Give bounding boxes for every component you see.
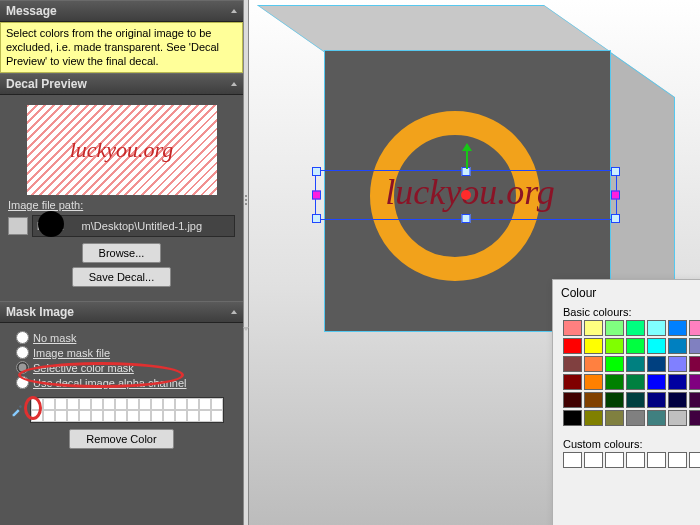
basic-colour-swatch[interactable] <box>647 392 666 408</box>
mask-swatch[interactable] <box>199 398 211 410</box>
center-handle[interactable] <box>461 190 471 200</box>
mask-swatch[interactable] <box>211 398 223 410</box>
custom-colour-swatch[interactable] <box>626 452 645 468</box>
decal-selection-box[interactable] <box>315 170 617 220</box>
basic-colour-swatch[interactable] <box>605 374 624 390</box>
basic-colour-swatch[interactable] <box>605 410 624 426</box>
chevron-up-icon[interactable] <box>231 9 237 13</box>
mask-swatch[interactable] <box>187 410 199 422</box>
basic-colour-swatch[interactable] <box>668 356 687 372</box>
mask-swatch[interactable] <box>115 398 127 410</box>
basic-colour-swatch[interactable] <box>647 356 666 372</box>
message-header[interactable]: Message <box>0 0 243 22</box>
mask-swatch[interactable] <box>163 398 175 410</box>
basic-colour-swatch[interactable] <box>689 392 700 408</box>
basic-colour-swatch[interactable] <box>563 374 582 390</box>
chevron-up-icon[interactable] <box>231 310 237 314</box>
mask-swatch[interactable] <box>79 398 91 410</box>
basic-colour-swatch[interactable] <box>647 410 666 426</box>
basic-colour-swatch[interactable] <box>668 320 687 336</box>
basic-colour-swatch[interactable] <box>584 338 603 354</box>
radio-alpha-channel[interactable] <box>16 376 29 389</box>
basic-colour-swatch[interactable] <box>689 374 700 390</box>
basic-colour-swatch[interactable] <box>689 410 700 426</box>
mask-swatch[interactable] <box>31 398 43 410</box>
mask-swatch[interactable] <box>31 410 43 422</box>
basic-colour-swatch[interactable] <box>647 338 666 354</box>
basic-colour-swatch[interactable] <box>584 356 603 372</box>
basic-colour-swatch[interactable] <box>605 320 624 336</box>
viewport-3d[interactable]: luckyou.org Colour <box>249 0 700 525</box>
basic-colour-swatch[interactable] <box>605 356 624 372</box>
handle-nw[interactable] <box>312 167 321 176</box>
basic-colour-swatch[interactable] <box>689 356 700 372</box>
mask-swatch[interactable] <box>139 410 151 422</box>
handle-w[interactable] <box>312 191 321 200</box>
mask-swatch[interactable] <box>175 410 187 422</box>
mask-swatch[interactable] <box>79 410 91 422</box>
mask-swatch[interactable] <box>199 410 211 422</box>
basic-colour-swatch[interactable] <box>563 410 582 426</box>
mask-swatch[interactable] <box>91 410 103 422</box>
basic-colour-swatch[interactable] <box>626 410 645 426</box>
mask-swatch[interactable] <box>127 410 139 422</box>
custom-colour-swatch[interactable] <box>689 452 700 468</box>
mask-swatch[interactable] <box>55 398 67 410</box>
custom-colour-swatch[interactable] <box>668 452 687 468</box>
basic-colour-swatch[interactable] <box>668 338 687 354</box>
basic-colour-swatch[interactable] <box>668 410 687 426</box>
basic-colour-swatch[interactable] <box>584 392 603 408</box>
save-decal-button[interactable]: Save Decal... <box>72 267 171 287</box>
chevron-up-icon[interactable] <box>231 82 237 86</box>
mask-swatch[interactable] <box>139 398 151 410</box>
handle-se[interactable] <box>611 214 620 223</box>
mask-swatch[interactable] <box>115 410 127 422</box>
mask-swatch[interactable] <box>91 398 103 410</box>
mask-swatch[interactable] <box>67 398 79 410</box>
custom-colour-swatch[interactable] <box>647 452 666 468</box>
basic-colour-swatch[interactable] <box>563 320 582 336</box>
custom-colour-swatch[interactable] <box>563 452 582 468</box>
basic-colour-swatch[interactable] <box>689 338 700 354</box>
radio-image-mask-file[interactable] <box>16 346 29 359</box>
mask-swatch[interactable] <box>151 410 163 422</box>
basic-colour-swatch[interactable] <box>626 374 645 390</box>
basic-colour-swatch[interactable] <box>689 320 700 336</box>
mask-swatch[interactable] <box>175 398 187 410</box>
mask-swatch[interactable] <box>103 398 115 410</box>
radio-no-mask[interactable] <box>16 331 29 344</box>
basic-colour-swatch[interactable] <box>584 374 603 390</box>
browse-button[interactable]: Browse... <box>82 243 162 263</box>
basic-colour-swatch[interactable] <box>584 320 603 336</box>
basic-colour-swatch[interactable] <box>626 356 645 372</box>
custom-colours-grid[interactable] <box>563 452 700 468</box>
mask-swatch[interactable] <box>103 410 115 422</box>
remove-color-button[interactable]: Remove Color <box>69 429 173 449</box>
mask-image-header[interactable]: Mask Image <box>0 301 243 323</box>
decal-preview-header[interactable]: Decal Preview <box>0 73 243 95</box>
basic-colour-swatch[interactable] <box>647 374 666 390</box>
colour-dialog[interactable]: Colour Basic colours: Custom colours: <box>552 279 700 525</box>
custom-colour-swatch[interactable] <box>605 452 624 468</box>
handle-e[interactable] <box>611 191 620 200</box>
basic-colour-swatch[interactable] <box>626 320 645 336</box>
basic-colour-swatch[interactable] <box>605 338 624 354</box>
mask-swatch[interactable] <box>43 410 55 422</box>
mask-swatch[interactable] <box>67 410 79 422</box>
radio-selective-color-mask[interactable] <box>16 361 29 374</box>
custom-colour-swatch[interactable] <box>584 452 603 468</box>
basic-colour-swatch[interactable] <box>584 410 603 426</box>
move-arrow-icon[interactable] <box>466 149 468 169</box>
basic-colour-swatch[interactable] <box>647 320 666 336</box>
mask-swatch[interactable] <box>43 398 55 410</box>
mask-swatch[interactable] <box>187 398 199 410</box>
mask-swatch[interactable] <box>211 410 223 422</box>
handle-s[interactable] <box>462 214 471 223</box>
basic-colour-swatch[interactable] <box>605 392 624 408</box>
mask-swatch[interactable] <box>127 398 139 410</box>
basic-colour-swatch[interactable] <box>626 338 645 354</box>
basic-colour-swatch[interactable] <box>668 392 687 408</box>
mask-swatch[interactable] <box>151 398 163 410</box>
basic-colour-swatch[interactable] <box>563 356 582 372</box>
handle-sw[interactable] <box>312 214 321 223</box>
